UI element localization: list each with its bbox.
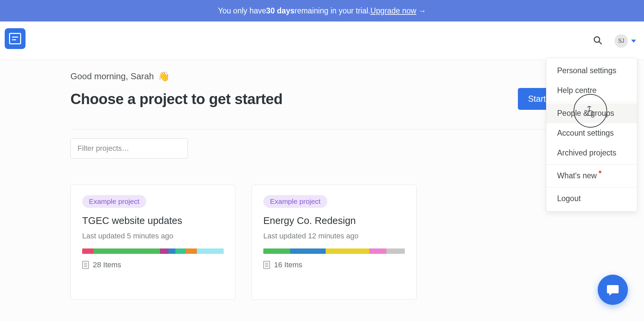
dropdown-item-what-s-new[interactable]: What's new bbox=[546, 166, 637, 186]
project-card-list: Example project TGEC website updates Las… bbox=[70, 185, 574, 300]
greeting-text: Good morning, Sarah bbox=[70, 71, 154, 82]
project-updated: Last updated 5 minutes ago bbox=[82, 232, 224, 240]
project-tag: Example project bbox=[263, 195, 327, 208]
progress-segment bbox=[175, 248, 185, 254]
dropdown-item-personal-settings[interactable]: Personal settings bbox=[546, 61, 637, 81]
filter-projects-input[interactable] bbox=[70, 138, 188, 158]
chat-widget-button[interactable] bbox=[598, 275, 628, 305]
dropdown-item-people-groups[interactable]: People & groups bbox=[546, 103, 637, 123]
project-updated: Last updated 12 minutes ago bbox=[263, 232, 405, 240]
search-icon[interactable] bbox=[593, 36, 602, 46]
app-logo[interactable] bbox=[5, 28, 25, 49]
trial-banner: You only have 30 days remaining in your … bbox=[0, 0, 644, 21]
greeting: Good morning, Sarah 👋 bbox=[70, 71, 574, 82]
caret-down-icon bbox=[631, 40, 636, 43]
progress-segment bbox=[168, 248, 175, 254]
project-card[interactable]: Example project TGEC website updates Las… bbox=[70, 185, 235, 300]
project-progress-bar bbox=[263, 248, 405, 254]
progress-segment bbox=[197, 248, 224, 254]
progress-segment bbox=[160, 248, 168, 254]
wave-icon: 👋 bbox=[158, 71, 170, 82]
upgrade-link[interactable]: Upgrade now bbox=[370, 6, 416, 15]
page-title: Choose a project to get started bbox=[70, 91, 282, 107]
topbar: SJ bbox=[0, 21, 644, 60]
progress-segment bbox=[82, 248, 94, 254]
dropdown-item-account-settings[interactable]: Account settings bbox=[546, 123, 637, 143]
progress-segment bbox=[185, 248, 197, 254]
project-items-count: 16 Items bbox=[274, 261, 302, 269]
dropdown-item-logout[interactable]: Logout bbox=[546, 189, 637, 209]
avatar: SJ bbox=[614, 34, 628, 48]
svg-line-1 bbox=[599, 42, 602, 44]
project-tag: Example project bbox=[82, 195, 146, 208]
list-icon bbox=[263, 261, 270, 269]
project-title: Energy Co. Redesign bbox=[263, 215, 405, 226]
trial-text-middle: remaining in your trial. bbox=[294, 6, 370, 15]
progress-segment bbox=[386, 248, 405, 254]
dropdown-item-archived-projects[interactable]: Archived projects bbox=[546, 143, 637, 163]
dropdown-separator bbox=[546, 102, 637, 102]
progress-segment bbox=[94, 248, 160, 254]
topbar-right: SJ bbox=[593, 28, 639, 48]
divider bbox=[70, 129, 574, 130]
main-content: Good morning, Sarah 👋 Choose a project t… bbox=[70, 60, 574, 300]
project-progress-bar bbox=[82, 248, 224, 254]
progress-segment bbox=[326, 248, 370, 254]
trial-days-bold: 30 days bbox=[266, 6, 294, 15]
progress-segment bbox=[290, 248, 326, 254]
project-title: TGEC website updates bbox=[82, 215, 224, 226]
arrow-right-icon: → bbox=[418, 6, 426, 15]
chat-icon bbox=[606, 283, 620, 297]
document-icon bbox=[9, 33, 21, 44]
svg-point-0 bbox=[594, 37, 600, 42]
dropdown-separator bbox=[546, 187, 637, 187]
user-dropdown: Personal settingsHelp centrePeople & gro… bbox=[546, 58, 637, 212]
dropdown-separator bbox=[546, 164, 637, 165]
list-icon bbox=[82, 261, 89, 269]
progress-segment bbox=[369, 248, 386, 254]
dropdown-item-help-centre[interactable]: Help centre bbox=[546, 81, 637, 100]
project-items-row: 28 Items bbox=[82, 261, 224, 269]
trial-text-prefix: You only have bbox=[218, 6, 266, 15]
project-card[interactable]: Example project Energy Co. Redesign Last… bbox=[252, 185, 417, 300]
user-menu-trigger[interactable]: SJ bbox=[614, 34, 636, 48]
progress-segment bbox=[263, 248, 290, 254]
project-items-count: 28 Items bbox=[93, 261, 121, 269]
project-items-row: 16 Items bbox=[263, 261, 405, 269]
